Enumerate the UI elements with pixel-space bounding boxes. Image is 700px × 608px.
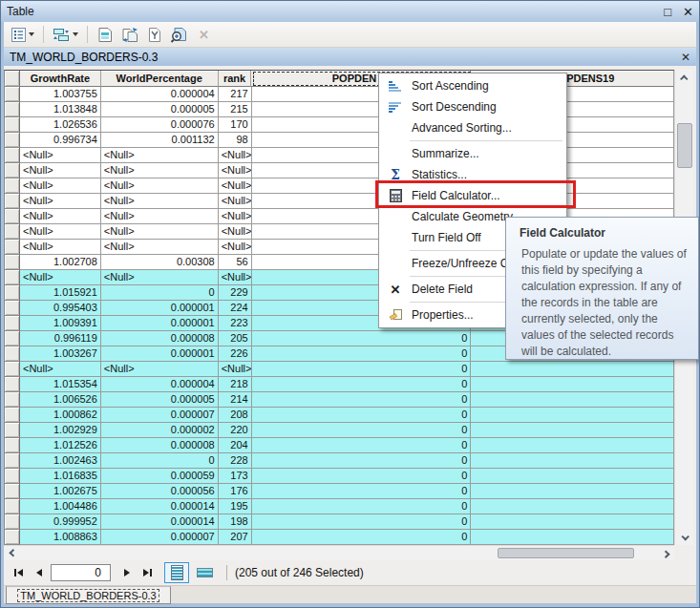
show-selected-records-button[interactable] <box>192 562 217 583</box>
table-row: <Null><Null><Null>0 <box>4 148 674 163</box>
cell: 0.996734 <box>20 133 101 148</box>
table-row: <Null><Null><Null>0 <box>4 178 674 194</box>
row-selector-button[interactable] <box>5 438 20 453</box>
cell: 198 <box>219 514 252 530</box>
column-header-growthrate[interactable]: GrowthRate <box>20 71 101 87</box>
tab-close-icon[interactable]: ✕ <box>681 51 690 64</box>
horizontal-scroll-thumb[interactable] <box>498 548 634 558</box>
row-selector-button[interactable] <box>5 194 20 209</box>
close-icon[interactable]: ✕ <box>683 6 693 18</box>
menu-item-sort-descending[interactable]: Sort Descending <box>379 96 566 117</box>
table-row: 1.0153540.0000042180 <box>4 377 674 392</box>
cell: 1.002708 <box>20 255 101 270</box>
scroll-down-icon[interactable] <box>675 529 694 545</box>
cell: 176 <box>219 484 252 499</box>
bottom-tab-label: TM_WORLD_BORDERS-0.3 <box>18 590 158 601</box>
cell: <Null> <box>101 209 219 224</box>
menu-item-statistics[interactable]: ΣStatistics... <box>379 164 566 185</box>
row-selector-button[interactable] <box>5 102 20 117</box>
zoom-to-selected-button[interactable] <box>168 25 190 45</box>
show-all-records-button[interactable] <box>164 562 189 583</box>
cell: 0 <box>101 453 219 469</box>
maximize-icon[interactable]: □ <box>664 6 671 18</box>
menu-item-summarize[interactable]: Summarize... <box>379 143 566 164</box>
row-selector-button[interactable] <box>5 178 20 194</box>
bottom-tab-tm-world-borders[interactable]: TM_WORLD_BORDERS-0.3 <box>6 586 171 604</box>
row-selector-button[interactable] <box>5 453 20 469</box>
last-record-button[interactable] <box>143 569 153 577</box>
select-by-attributes-button[interactable] <box>95 25 116 45</box>
cell <box>471 408 674 423</box>
row-selector-button[interactable] <box>5 392 20 408</box>
cell: 170 <box>219 117 252 133</box>
cell: <Null> <box>101 240 219 255</box>
scroll-up-icon[interactable] <box>675 70 694 86</box>
cell: <Null> <box>219 224 252 240</box>
cell: <Null> <box>101 270 219 285</box>
row-selector-button[interactable] <box>5 530 20 545</box>
row-selector-button[interactable] <box>5 499 20 514</box>
row-selector-button[interactable] <box>5 240 20 255</box>
table-row: 1.0168350.0000591730 <box>4 469 674 484</box>
row-selector-button[interactable] <box>5 117 20 133</box>
row-selector-button[interactable] <box>5 163 20 178</box>
horizontal-scrollbar[interactable] <box>4 545 674 560</box>
cell <box>471 392 674 408</box>
menu-item-field-calculator[interactable]: Field Calculator... <box>379 185 566 206</box>
cell: 0 <box>252 469 472 484</box>
row-selector-button[interactable] <box>5 285 20 301</box>
row-selector-button[interactable] <box>5 331 20 346</box>
row-selector-button[interactable] <box>5 224 20 240</box>
cell <box>471 423 674 438</box>
cell: <Null> <box>219 270 252 285</box>
first-record-button[interactable] <box>13 569 23 577</box>
clear-selection-button[interactable] <box>145 25 164 45</box>
row-selector-button[interactable] <box>5 255 20 270</box>
cell: 98 <box>219 133 252 148</box>
cell: 0 <box>252 331 472 346</box>
dropdown-caret-icon <box>29 32 34 36</box>
row-selector-button[interactable] <box>5 362 20 377</box>
row-selector-button[interactable] <box>5 87 20 102</box>
column-header-rank[interactable]: rank <box>219 71 252 87</box>
cell: 1.004486 <box>20 499 101 514</box>
record-number-input[interactable] <box>51 564 111 581</box>
row-selector-button[interactable] <box>5 209 20 224</box>
row-selector-button[interactable] <box>5 316 20 331</box>
vertical-scroll-thumb[interactable] <box>677 123 692 168</box>
row-selector-button[interactable] <box>5 514 20 530</box>
cell: 0 <box>252 346 472 362</box>
row-selector-button[interactable] <box>5 377 20 392</box>
next-record-button[interactable] <box>124 569 130 577</box>
related-tables-button[interactable] <box>51 25 80 45</box>
row-selector-button[interactable] <box>5 423 20 438</box>
menu-item-label: Turn Field Off <box>412 231 481 244</box>
row-selector-button[interactable] <box>5 484 20 499</box>
dropdown-caret-icon <box>73 32 78 36</box>
cell: 224 <box>219 301 252 316</box>
cell: 0.000002 <box>101 423 219 438</box>
row-selector-button[interactable] <box>5 148 20 163</box>
row-selector-button[interactable] <box>5 301 20 316</box>
cell: 1.015921 <box>20 285 101 301</box>
table-row: 1.0088630.0000072070 <box>4 530 674 545</box>
previous-record-button[interactable] <box>36 569 42 577</box>
row-selector-button[interactable] <box>5 346 20 362</box>
switch-selection-button[interactable] <box>119 25 141 45</box>
row-selector-button[interactable] <box>5 469 20 484</box>
tooltip-title: Field Calculator <box>520 226 690 240</box>
row-selector-button[interactable] <box>5 270 20 285</box>
row-selector-button[interactable] <box>5 133 20 148</box>
menu-item-advanced-sorting[interactable]: Advanced Sorting... <box>379 117 566 138</box>
column-header-worldpercentage[interactable]: WorldPercentage <box>101 71 219 87</box>
menu-item-sort-ascending[interactable]: Sort Ascending <box>379 75 566 96</box>
table-row: 0.9999520.0000141980 <box>4 514 674 530</box>
table-options-button[interactable] <box>9 25 36 45</box>
cell: <Null> <box>219 163 252 178</box>
cell: <Null> <box>219 240 252 255</box>
cell: 0.995403 <box>20 301 101 316</box>
scroll-right-icon[interactable] <box>658 546 674 560</box>
scroll-left-icon[interactable] <box>4 546 20 560</box>
row-selector-button[interactable] <box>5 408 20 423</box>
table-row: 1.0037550.0000042170 <box>4 87 674 102</box>
